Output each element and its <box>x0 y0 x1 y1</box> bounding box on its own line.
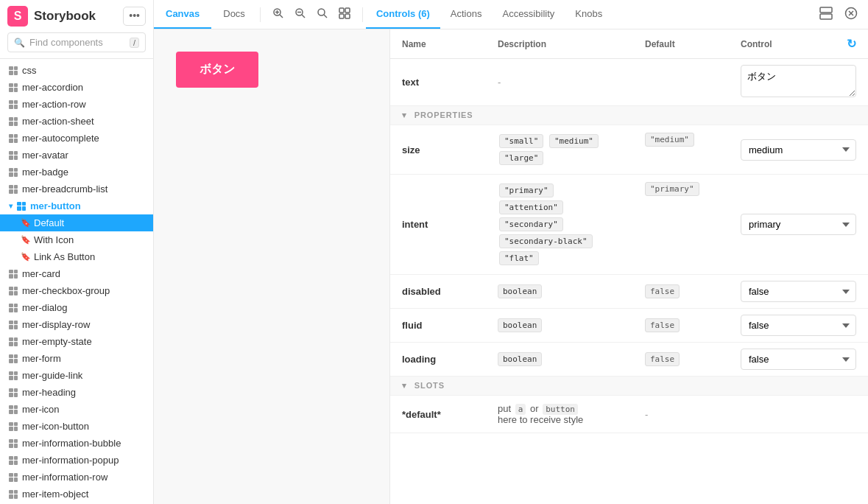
svg-line-5 <box>302 15 305 18</box>
sidebar-item-mer-icon[interactable]: mer-icon <box>0 401 153 418</box>
sidebar-item-label: mer-button <box>30 200 81 211</box>
close-icon <box>844 7 858 20</box>
close-panel-button[interactable] <box>840 4 862 25</box>
loading-select[interactable]: false true <box>741 349 856 370</box>
col-control: Control ↻ <box>729 29 868 59</box>
demo-button[interactable]: ボタン <box>176 52 258 88</box>
sidebar-item-mer-dialog[interactable]: mer-dialog <box>0 299 153 316</box>
intent-tag-primary: "primary" <box>499 183 554 197</box>
ellipsis-icon: ••• <box>129 10 140 21</box>
sidebar-item-with-icon[interactable]: 🔖 With Icon <box>0 231 153 248</box>
sidebar-item-mer-icon-button[interactable]: mer-icon-button <box>0 418 153 435</box>
sidebar-item-mer-action-row[interactable]: mer-action-row <box>0 96 153 113</box>
panel-size-button[interactable] <box>815 4 837 25</box>
grid-toggle-button[interactable] <box>334 4 355 24</box>
zoom-in-button[interactable] <box>268 4 289 24</box>
fluid-select[interactable]: false true <box>741 315 856 336</box>
row-control-text[interactable]: ボタン <box>729 59 868 106</box>
row-name-text: text <box>390 59 486 106</box>
size-select[interactable]: small medium large <box>741 139 856 161</box>
row-desc-intent: "primary" "attention" "secondary" "secon… <box>486 175 633 275</box>
sidebar-item-link-as-button[interactable]: 🔖 Link As Button <box>0 248 153 265</box>
sidebar-item-mer-form[interactable]: mer-form <box>0 350 153 367</box>
controls-table-header: Name Description Default Control ↻ <box>390 29 868 59</box>
sidebar-menu-button[interactable]: ••• <box>123 7 146 26</box>
row-control-fluid[interactable]: false true <box>729 309 868 343</box>
expand-icon: ▾ <box>9 202 13 210</box>
refresh-controls-icon[interactable]: ↻ <box>847 37 856 51</box>
sidebar-item-label: mer-badge <box>22 167 68 178</box>
sidebar-item-mer-card[interactable]: mer-card <box>0 265 153 282</box>
svg-rect-12 <box>345 14 350 18</box>
slot-desc-put: put <box>498 403 511 414</box>
item-grid-icon <box>9 185 18 194</box>
disabled-default-badge: false <box>645 284 680 298</box>
row-name-default-slot: *default* <box>390 396 486 433</box>
sidebar-item-mer-heading[interactable]: mer-heading <box>0 384 153 401</box>
sidebar-item-mer-guide-link[interactable]: mer-guide-link <box>0 367 153 384</box>
sidebar-item-label: mer-action-row <box>22 99 86 110</box>
sidebar-item-mer-information-row[interactable]: mer-information-row <box>0 469 153 486</box>
sidebar-item-default[interactable]: 🔖 Default <box>0 214 153 231</box>
search-bar[interactable]: 🔍 Find components / <box>7 32 146 52</box>
row-control-size[interactable]: small medium large <box>729 125 868 175</box>
table-row-loading: loading boolean false false true <box>390 343 868 377</box>
sidebar-item-mer-display-row[interactable]: mer-display-row <box>0 316 153 333</box>
sidebar-item-mer-information-popup[interactable]: mer-information-popup <box>0 452 153 469</box>
sidebar-item-mer-action-sheet[interactable]: mer-action-sheet <box>0 113 153 130</box>
row-desc-size: "small" "medium" "large" <box>486 125 633 175</box>
sidebar-item-mer-avatar[interactable]: mer-avatar <box>0 147 153 164</box>
properties-section-label: PROPERTIES <box>414 111 473 119</box>
item-grid-icon <box>9 490 18 499</box>
intent-tag-secondary: "secondary" <box>499 217 563 231</box>
row-control-intent[interactable]: primary attention secondary secondary-bl… <box>729 175 868 275</box>
item-grid-icon <box>9 287 18 295</box>
sidebar-item-label: mer-action-sheet <box>22 116 94 127</box>
zoom-out-button[interactable] <box>290 4 311 24</box>
sidebar-item-label: mer-card <box>22 268 60 279</box>
tab-controls[interactable]: Controls (6) <box>366 0 440 29</box>
sidebar-item-css[interactable]: css <box>0 62 153 79</box>
section-slots: ▾ SLOTS <box>390 377 868 396</box>
tab-canvas[interactable]: Canvas <box>154 0 211 29</box>
slots-section-label: SLOTS <box>414 381 445 390</box>
item-grid-icon <box>9 388 18 397</box>
sidebar-item-mer-breadcrumb-list[interactable]: mer-breadcrumb-list <box>0 181 153 197</box>
tab-divider-2 <box>362 7 363 22</box>
tab-docs[interactable]: Docs <box>211 0 257 29</box>
slots-toggle-icon[interactable]: ▾ <box>402 381 407 390</box>
sidebar-item-mer-information-bubble[interactable]: mer-information-bubble <box>0 435 153 452</box>
disabled-select[interactable]: false true <box>741 281 856 302</box>
sidebar-item-mer-autocomplete[interactable]: mer-autocomplete <box>0 130 153 147</box>
sidebar-item-mer-item-object[interactable]: mer-item-object <box>0 486 153 503</box>
col-description: Description <box>486 29 633 59</box>
sidebar-item-label: mer-avatar <box>22 150 68 161</box>
sidebar-item-mer-accordion[interactable]: mer-accordion <box>0 79 153 96</box>
sidebar-item-mer-empty-state[interactable]: mer-empty-state <box>0 333 153 350</box>
sidebar-item-mer-button[interactable]: ▾ mer-button <box>0 197 153 214</box>
tab-knobs[interactable]: Knobs <box>565 0 613 29</box>
item-grid-icon <box>9 304 18 312</box>
item-grid-icon <box>9 405 18 414</box>
sidebar-item-label: mer-item-object <box>22 489 88 500</box>
sidebar-item-mer-checkbox-group[interactable]: mer-checkbox-group <box>0 282 153 299</box>
size-default-badge: "medium" <box>645 133 694 147</box>
row-control-disabled[interactable]: false true <box>729 275 868 309</box>
tab-actions[interactable]: Actions <box>440 0 493 29</box>
row-desc-disabled: boolean <box>486 275 633 309</box>
sidebar-item-mer-badge[interactable]: mer-badge <box>0 164 153 181</box>
row-control-loading[interactable]: false true <box>729 343 868 377</box>
properties-toggle-icon[interactable]: ▾ <box>402 111 407 119</box>
reset-zoom-button[interactable] <box>312 4 333 24</box>
text-input[interactable]: ボタン <box>741 65 856 97</box>
sidebar-item-label: With Icon <box>34 234 74 245</box>
row-default-size: "medium" <box>633 125 729 175</box>
tab-accessibility[interactable]: Accessibility <box>492 0 565 29</box>
storybook-title: Storybook <box>34 9 96 24</box>
intent-select[interactable]: primary attention secondary secondary-bl… <box>741 214 856 235</box>
row-desc-text: - <box>486 59 633 106</box>
zoom-out-icon <box>294 7 306 19</box>
bookmark-icon: 🔖 <box>21 252 31 262</box>
sidebar-item-label: css <box>22 65 37 76</box>
item-grid-icon <box>9 168 18 177</box>
